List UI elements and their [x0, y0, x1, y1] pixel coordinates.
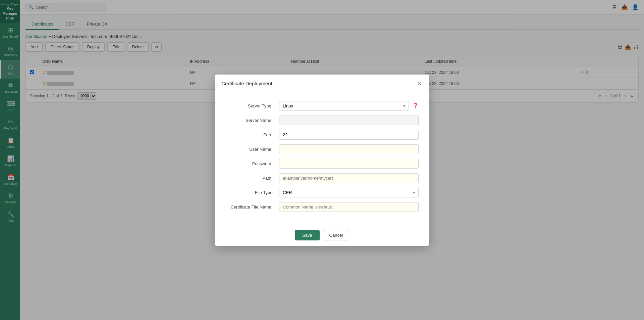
port-input[interactable]: [279, 130, 419, 140]
help-icon[interactable]: ❓: [412, 103, 419, 109]
modal-header: Certificate Deployment ✕: [215, 75, 429, 93]
cancel-button[interactable]: Cancel: [323, 230, 349, 240]
certificate-deployment-modal: Certificate Deployment ✕ Server Type : L…: [215, 75, 429, 246]
cert-file-name-row: Certificate File Name :: [225, 202, 419, 212]
file-type-row: File Type: CER PEM PFX DER P7B: [225, 188, 419, 197]
password-row: Password :: [225, 159, 419, 169]
cert-file-name-label: Certificate File Name :: [225, 204, 279, 210]
server-name-label: Server Name :: [225, 118, 279, 123]
file-type-select[interactable]: CER PEM PFX DER P7B: [279, 188, 419, 197]
modal-close-button[interactable]: ✕: [416, 80, 423, 87]
save-button[interactable]: Save: [295, 230, 320, 240]
server-type-select-wrapper: Linux Windows Apache Nginx IIS Tomcat: [279, 101, 409, 111]
modal-body: Server Type : Linux Windows Apache Nginx…: [215, 93, 429, 225]
password-input[interactable]: [279, 159, 419, 169]
username-input[interactable]: [279, 144, 419, 154]
server-name-input[interactable]: [279, 116, 419, 125]
server-type-select[interactable]: Linux Windows Apache Nginx IIS Tomcat: [279, 101, 409, 111]
cert-file-name-input[interactable]: [279, 202, 419, 212]
server-type-label: Server Type :: [225, 103, 279, 108]
username-label: User Name :: [225, 147, 279, 152]
username-row: User Name :: [225, 144, 419, 154]
port-row: Port :: [225, 130, 419, 140]
modal-overlay[interactable]: Certificate Deployment ✕ Server Type : L…: [0, 0, 644, 320]
port-label: Port :: [225, 132, 279, 137]
path-input[interactable]: [279, 173, 419, 183]
server-name-row: Server Name :: [225, 116, 419, 125]
password-label: Password :: [225, 161, 279, 166]
modal-footer: Save Cancel: [215, 225, 429, 246]
server-type-row: Server Type : Linux Windows Apache Nginx…: [225, 101, 419, 111]
path-row: Path :: [225, 173, 419, 183]
file-type-label: File Type:: [225, 190, 279, 195]
path-label: Path :: [225, 176, 279, 181]
file-type-select-wrapper: CER PEM PFX DER P7B: [279, 188, 419, 197]
modal-title: Certificate Deployment: [221, 81, 272, 86]
